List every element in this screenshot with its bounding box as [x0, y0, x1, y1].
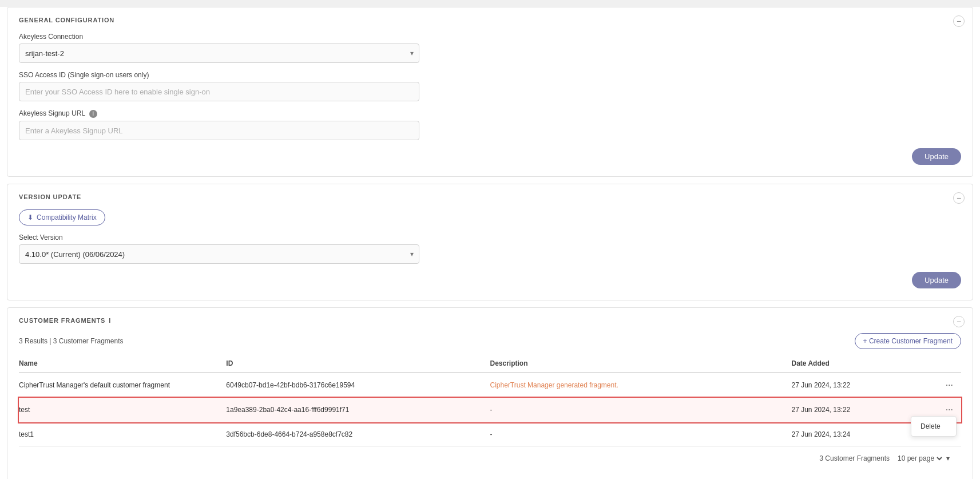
per-page-selector[interactable]: 10 per page25 per page50 per page ▾ [895, 454, 950, 463]
cell-description: CipherTrust Manager generated fragment. [490, 373, 791, 398]
table-row: CipherTrust Manager's default customer f… [19, 373, 961, 398]
compatibility-matrix-button[interactable]: ⬇ Compatibility Matrix [19, 209, 105, 225]
dots-dropdown-menu: Delete [911, 416, 957, 437]
cell-name: CipherTrust Manager's default customer f… [19, 373, 226, 398]
akeyless-signup-url-input[interactable] [19, 121, 419, 140]
version-update-section: VERSION UPDATE − ⬇ Compatibility Matrix … [7, 184, 973, 300]
download-icon: ⬇ [27, 213, 33, 221]
select-version-label: Select Version [19, 233, 961, 242]
version-update-title: VERSION UPDATE [19, 193, 961, 200]
col-header-id: ID [226, 355, 490, 373]
results-bar: 3 Results | 3 Customer Fragments + Creat… [19, 333, 961, 349]
cell-id: 3df56bcb-6de8-4664-b724-a958e8cf7c82 [226, 422, 490, 447]
akeyless-signup-url-label: Akeyless Signup URL i [19, 109, 961, 118]
cell-actions[interactable]: ···Delete [923, 398, 961, 422]
table-row: test13df56bcb-6de8-4664-b724-a958e8cf7c8… [19, 422, 961, 447]
customer-fragments-collapse-btn[interactable]: − [953, 316, 965, 327]
table-row: test1a9ea389-2ba0-42c4-aa16-fff6d9991f71… [19, 398, 961, 422]
select-version-group: Select Version 4.10.0* (Current) (06/06/… [19, 233, 961, 264]
results-text: 3 Results | 3 Customer Fragments [19, 337, 124, 345]
cell-date-added: 27 Jun 2024, 13:24 [792, 422, 924, 447]
akeyless-signup-url-info-icon[interactable]: i [89, 110, 97, 118]
cell-name: test [19, 398, 226, 422]
cell-date-added: 27 Jun 2024, 13:22 [792, 398, 924, 422]
create-customer-fragment-button[interactable]: + Create Customer Fragment [855, 333, 961, 349]
table-body: CipherTrust Manager's default customer f… [19, 373, 961, 447]
akeyless-connection-group: Akeyless Connection srijan-test-2 ▾ [19, 33, 961, 63]
customer-fragments-section: CUSTOMER FRAGMENTS i − 3 Results | 3 Cus… [7, 307, 973, 479]
delete-button[interactable]: Delete [911, 419, 956, 434]
col-header-date-added: Date Added [792, 355, 924, 373]
customer-fragments-table: Name ID Description Date Added CipherTru… [19, 355, 961, 447]
akeyless-connection-select[interactable]: srijan-test-2 [19, 43, 419, 63]
col-header-actions [923, 355, 961, 373]
cell-id: 1a9ea389-2ba0-42c4-aa16-fff6d9991f71 [226, 398, 490, 422]
general-config-section: GENERAL CONFIGURATION − Akeyless Connect… [7, 7, 973, 177]
akeyless-signup-url-group: Akeyless Signup URL i [19, 109, 961, 140]
version-update-collapse-btn[interactable]: − [953, 192, 965, 204]
sso-access-id-label: SSO Access ID (Single sign-on users only… [19, 71, 961, 79]
dots-menu-button[interactable]: ··· [942, 379, 957, 391]
general-config-update-button[interactable]: Update [912, 148, 961, 165]
version-update-button[interactable]: Update [912, 272, 961, 288]
sso-access-id-input[interactable] [19, 82, 419, 101]
col-header-description: Description [490, 355, 791, 373]
cell-name: test1 [19, 422, 226, 447]
per-page-arrow-icon: ▾ [946, 454, 950, 462]
select-version-wrapper: 4.10.0* (Current) (06/06/2024) ▾ [19, 244, 419, 264]
table-header: Name ID Description Date Added [19, 355, 961, 373]
dots-menu-button[interactable]: ··· [942, 403, 957, 416]
cell-actions[interactable]: ··· [923, 373, 961, 398]
cell-description: - [490, 422, 791, 447]
table-header-row: Name ID Description Date Added [19, 355, 961, 373]
col-header-name: Name [19, 355, 226, 373]
select-version-select[interactable]: 4.10.0* (Current) (06/06/2024) [19, 244, 419, 264]
per-page-select[interactable]: 10 per page25 per page50 per page [895, 454, 944, 463]
footer-count: 3 Customer Fragments [819, 454, 890, 462]
akeyless-connection-select-wrapper: srijan-test-2 ▾ [19, 43, 419, 63]
akeyless-connection-label: Akeyless Connection [19, 33, 961, 41]
cell-description: - [490, 398, 791, 422]
customer-fragments-title: CUSTOMER FRAGMENTS i [19, 317, 961, 324]
cell-date-added: 27 Jun 2024, 13:22 [792, 373, 924, 398]
cell-id: 6049cb07-bd1e-42bf-bdb6-3176c6e19594 [226, 373, 490, 398]
customer-fragments-info-icon[interactable]: i [109, 317, 111, 324]
general-config-title: GENERAL CONFIGURATION [19, 17, 961, 23]
footer-bar: 3 Customer Fragments 10 per page25 per p… [19, 447, 961, 470]
general-config-collapse-btn[interactable]: − [953, 15, 965, 27]
sso-access-id-group: SSO Access ID (Single sign-on users only… [19, 71, 961, 101]
delete-popup: ···Delete [942, 403, 957, 416]
